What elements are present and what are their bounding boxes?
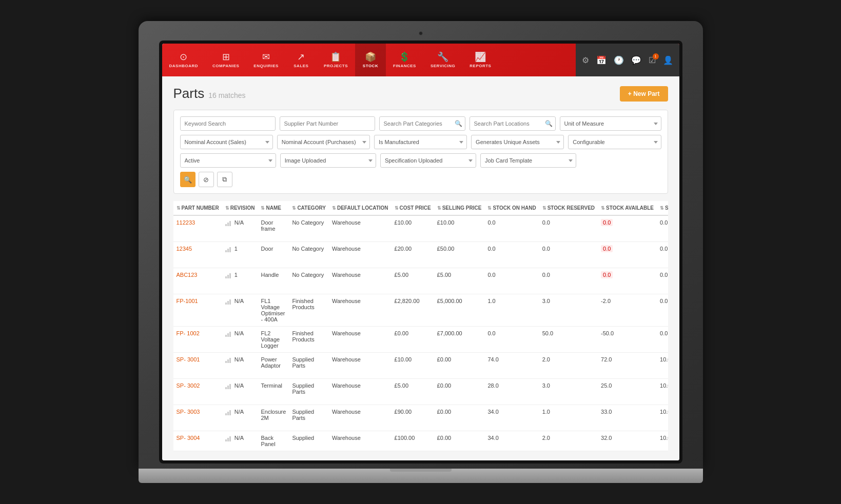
cell-default-location: Warehouse <box>329 242 392 268</box>
revision-chart-icon <box>225 383 231 389</box>
cell-name: Door <box>258 242 289 268</box>
generates-unique-assets-select[interactable]: Generates Unique Assets <box>471 135 564 149</box>
nav-item-enquiries[interactable]: ✉ ENQUIRIES <box>246 44 286 76</box>
user-icon-button[interactable]: 👤 <box>663 55 673 65</box>
col-stock-available[interactable]: ⇅STOCK AVAILABLE <box>598 201 657 215</box>
table-row: ABC123 1 Handle No Category Warehouse £5… <box>173 268 668 294</box>
stock-available-value: 72.0 <box>601 356 612 362</box>
col-category[interactable]: ⇅CATEGORY <box>289 201 329 215</box>
cell-revision: N/A <box>222 431 258 451</box>
cell-default-location: Warehouse <box>329 405 392 431</box>
nav-label-reports: REPORTS <box>470 64 491 68</box>
col-part-number[interactable]: ⇅PART NUMBER <box>173 201 222 215</box>
part-number-link[interactable]: ABC123 <box>177 272 198 278</box>
cell-category: Supplied Parts <box>289 353 329 379</box>
cell-stock-available: -2.0 <box>598 294 657 327</box>
nominal-account-sales-select[interactable]: Nominal Account (Sales) <box>180 135 273 149</box>
copy-button[interactable]: ⧉ <box>217 172 232 187</box>
supplier-part-number-input[interactable] <box>280 116 375 131</box>
nav-label-companies: COMPANIES <box>212 64 239 68</box>
part-number-link[interactable]: FP-1001 <box>177 298 198 304</box>
nav-label-projects: PROJECTS <box>324 64 348 68</box>
cell-stock-reserved: 50.0 <box>539 327 598 353</box>
configurable-select[interactable]: Configurable <box>568 135 661 149</box>
table-row: FP-1001 N/A FL1 Voltage Optimiser - 400A… <box>173 294 668 327</box>
clear-button[interactable]: ⊘ <box>199 172 214 187</box>
col-cost-price[interactable]: ⇅COST PRICE <box>392 201 434 215</box>
nav-item-sales[interactable]: ↗ SALES <box>286 44 317 76</box>
nav-item-servicing[interactable]: 🔧 SERVICING <box>423 44 462 76</box>
cell-default-location: Warehouse <box>329 379 392 405</box>
cell-cost-price: £100.00 <box>392 431 434 451</box>
cell-cost-price: £10.00 <box>392 215 434 242</box>
search-part-categories-input[interactable] <box>379 116 465 131</box>
nav-item-reports[interactable]: 📈 REPORTS <box>462 44 498 76</box>
cell-selling-price: £0.00 <box>434 379 485 405</box>
tasks-icon-button[interactable]: ☑ 1 <box>649 55 656 65</box>
cell-stock-reserved: 3.0 <box>539 379 598 405</box>
nav-item-finances[interactable]: 💲 FINANCES <box>386 44 423 76</box>
revision-chart-icon <box>225 298 231 305</box>
active-filter-select[interactable]: Active <box>180 153 276 168</box>
search-part-locations-wrap: 🔍 <box>470 116 556 131</box>
nav-item-stock[interactable]: 📦 STOCK <box>355 44 386 76</box>
cell-stock-available: 32.0 <box>598 431 657 451</box>
part-number-link[interactable]: SP- 3004 <box>177 435 200 441</box>
nav-item-projects[interactable]: 📋 PROJECTS <box>317 44 355 76</box>
nav-item-companies[interactable]: ⊞ COMPANIES <box>205 44 246 76</box>
col-revision[interactable]: ⇅REVISION <box>222 201 258 215</box>
search-part-locations-input[interactable] <box>470 116 556 131</box>
cell-name: Handle <box>258 268 289 294</box>
col-name[interactable]: ⇅NAME <box>258 201 289 215</box>
specification-uploaded-select[interactable]: Specification Uploaded <box>380 153 476 168</box>
revision-chart-icon <box>225 220 231 226</box>
col-default-location[interactable]: ⇅DEFAULT LOCATION <box>329 201 392 215</box>
part-number-link[interactable]: SP- 3001 <box>177 356 200 362</box>
new-part-button[interactable]: + New Part <box>620 86 668 102</box>
is-manufactured-select[interactable]: Is Manufactured <box>374 135 467 149</box>
nav-label-enquiries: ENQUIRIES <box>253 64 279 68</box>
col-selling-price[interactable]: ⇅SELLING PRICE <box>434 201 485 215</box>
job-card-template-select[interactable]: Job Card Template <box>480 153 576 168</box>
page-title-group: Parts 16 matches <box>173 86 246 102</box>
col-stock-on-hand[interactable]: ⇅STOCK ON HAND <box>484 201 539 215</box>
cell-stock-available: -50.0 <box>598 327 657 353</box>
search-button[interactable]: 🔍 <box>180 172 195 187</box>
chat-icon-button[interactable]: 💬 <box>631 55 641 65</box>
table-row: SP- 3002 N/A Terminal Supplied Parts War… <box>173 379 668 405</box>
cell-category: Supplied <box>289 431 329 451</box>
clock-icon-button[interactable]: 🕐 <box>614 55 624 65</box>
image-uploaded-select[interactable]: Image Uploaded <box>280 153 376 168</box>
cell-stock-reserved: 0.0 <box>539 268 598 294</box>
stock-available-value: 25.0 <box>601 382 612 389</box>
cell-name: Terminal <box>258 379 289 405</box>
cell-stock-ordered: 10.0 <box>657 353 668 379</box>
cell-cost-price: £90.00 <box>392 405 434 431</box>
settings-icon-button[interactable]: ⚙ <box>582 55 589 65</box>
laptop-shell: ⊙ DASHBOARD ⊞ COMPANIES ✉ ENQUIRIES <box>139 21 703 483</box>
tasks-badge: 1 <box>653 53 659 59</box>
nominal-account-purchases-select[interactable]: Nominal Account (Purchases) <box>277 135 370 149</box>
calendar-icon-button[interactable]: 📅 <box>596 55 607 65</box>
cell-part-number: FP- 1002 <box>173 327 222 353</box>
part-number-link[interactable]: SP- 3003 <box>177 409 200 415</box>
cell-stock-on-hand: 34.0 <box>484 431 539 451</box>
cell-default-location: Warehouse <box>329 215 392 242</box>
part-number-link[interactable]: SP- 3002 <box>177 382 200 389</box>
filter-row-3: Active Image Uploaded Specification Uplo… <box>180 153 661 168</box>
part-number-link[interactable]: FP- 1002 <box>177 330 200 336</box>
cell-name: Back Panel <box>258 431 289 451</box>
nav-item-dashboard[interactable]: ⊙ DASHBOARD <box>162 44 206 76</box>
cell-selling-price: £0.00 <box>434 405 485 431</box>
table-header-row: ⇅PART NUMBER ⇅REVISION ⇅NAME ⇅CATEGORY ⇅… <box>173 201 668 215</box>
cell-name: Power Adaptor <box>258 353 289 379</box>
cell-part-number: 12345 <box>173 242 222 268</box>
top-right-actions: ⚙ 📅 🕐 💬 ☑ 1 👤 <box>576 44 679 76</box>
unit-of-measure-select[interactable]: Unit of Measure <box>560 116 661 131</box>
col-stock-reserved[interactable]: ⇅STOCK RESERVED <box>539 201 598 215</box>
cell-stock-ordered: 0.0 <box>657 268 668 294</box>
col-stock-ordered[interactable]: ⇅STOCK ORDERED <box>657 201 668 215</box>
part-number-link[interactable]: 12345 <box>177 246 192 252</box>
keyword-search-input[interactable] <box>180 116 276 131</box>
part-number-link[interactable]: 112233 <box>177 219 195 226</box>
